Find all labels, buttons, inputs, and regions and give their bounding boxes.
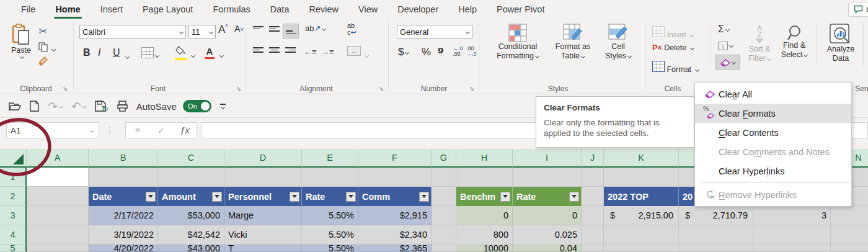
- tab-file[interactable]: File: [11, 0, 45, 19]
- shrink-font-button[interactable]: A˅: [234, 24, 244, 34]
- paste-chevron-icon[interactable]: [20, 55, 24, 59]
- cell-I2[interactable]: Rate: [513, 187, 582, 206]
- number-dialog-launcher-icon[interactable]: ⇘: [467, 84, 476, 93]
- cell-F1[interactable]: [358, 168, 432, 187]
- cell-H3[interactable]: 0: [456, 206, 513, 225]
- open-file-icon[interactable]: [9, 101, 21, 111]
- font-dialog-launcher-icon[interactable]: ⇘: [234, 84, 243, 93]
- decrease-decimal-button[interactable]: .00→.0: [466, 46, 477, 57]
- paste-button[interactable]: Paste: [6, 24, 36, 58]
- cell-G3[interactable]: [432, 206, 456, 225]
- decrease-indent-icon[interactable]: ←≡: [304, 47, 317, 56]
- row-header-5[interactable]: 5: [0, 245, 27, 252]
- orientation-button[interactable]: ab↗: [305, 24, 326, 33]
- cell-K2[interactable]: 2022 TOP: [604, 187, 679, 206]
- column-header-I[interactable]: I: [513, 149, 582, 168]
- clipboard-dialog-launcher-icon[interactable]: ⇘: [61, 84, 69, 93]
- cell-B4[interactable]: 3/19/2022: [89, 225, 158, 245]
- cell-F2[interactable]: Comm: [358, 187, 432, 206]
- cell-N4[interactable]: [831, 225, 868, 245]
- format-cells-button[interactable]: Format: [652, 61, 699, 74]
- align-right-button[interactable]: [285, 47, 296, 53]
- sort-filter-button[interactable]: AZ Sort & Filter: [744, 25, 775, 63]
- tab-review[interactable]: Review: [299, 0, 348, 19]
- align-center-button[interactable]: [269, 47, 280, 53]
- cell-F5[interactable]: $2,365: [358, 245, 432, 252]
- cell-M4[interactable]: [753, 225, 831, 245]
- cell-I3[interactable]: 0: [513, 206, 582, 225]
- insert-function-button[interactable]: ƒx: [173, 125, 197, 135]
- find-select-button[interactable]: Find & Select: [777, 25, 811, 60]
- conditional-formatting-button[interactable]: Conditional Formatting: [490, 24, 546, 61]
- accounting-format-button[interactable]: $: [398, 46, 409, 58]
- filter-button-B[interactable]: [146, 192, 156, 202]
- row-header-4[interactable]: 4: [0, 225, 27, 245]
- cell-I1[interactable]: [513, 168, 582, 187]
- italic-button[interactable]: I: [98, 47, 100, 58]
- alignment-dialog-launcher-icon[interactable]: ⇘: [377, 84, 386, 93]
- cell-D1[interactable]: [224, 168, 302, 187]
- tab-developer[interactable]: Developer: [388, 0, 448, 19]
- tab-home[interactable]: Home: [45, 0, 90, 19]
- cell-F4[interactable]: $2,340: [358, 225, 432, 245]
- cell-M3[interactable]: 3: [753, 206, 831, 225]
- qat-overflow-icon[interactable]: [220, 104, 226, 109]
- cell-L5[interactable]: [679, 245, 753, 252]
- fill-color-chevron-icon[interactable]: [190, 50, 195, 61]
- cell-A5[interactable]: [27, 245, 89, 252]
- cell-J1[interactable]: [582, 168, 604, 187]
- column-header-E[interactable]: E: [302, 149, 358, 168]
- column-header-F[interactable]: F: [358, 149, 432, 168]
- cell-styles-button[interactable]: Cell Styles: [600, 24, 636, 61]
- name-box[interactable]: A1: [6, 122, 99, 138]
- cell-A4[interactable]: [27, 225, 89, 245]
- autosave-toggle[interactable]: On: [183, 100, 211, 112]
- autosum-button[interactable]: Σ: [718, 24, 729, 35]
- merge-center-chevron-icon[interactable]: [363, 50, 368, 61]
- delete-cells-button[interactable]: P× Delete: [652, 43, 694, 52]
- cell-J2[interactable]: [582, 187, 604, 206]
- format-painter-icon[interactable]: [38, 56, 49, 69]
- cell-C2[interactable]: Amount: [158, 187, 224, 206]
- align-left-button[interactable]: [253, 47, 264, 53]
- column-header-D[interactable]: D: [224, 149, 302, 168]
- font-size-combo[interactable]: 11: [188, 25, 216, 38]
- row-header-3[interactable]: 3: [0, 206, 27, 225]
- underline-chevron-icon[interactable]: [124, 51, 129, 62]
- column-header-J[interactable]: J: [582, 149, 604, 168]
- cell-A2[interactable]: [27, 187, 89, 206]
- redo-button[interactable]: ↷: [48, 99, 63, 114]
- print-preview-icon[interactable]: [117, 101, 128, 112]
- column-header-A[interactable]: A: [27, 149, 89, 168]
- row-header-1[interactable]: 1: [0, 168, 27, 187]
- cell-A1[interactable]: [27, 168, 89, 187]
- enter-button[interactable]: ✓: [149, 125, 173, 135]
- merge-center-button[interactable]: ↔: [347, 46, 361, 56]
- cell-D3[interactable]: Marge: [224, 206, 302, 225]
- wrap-text-button[interactable]: abc↩: [347, 22, 356, 36]
- align-middle-button[interactable]: [269, 26, 280, 32]
- cell-H1[interactable]: [456, 168, 513, 187]
- cell-G4[interactable]: [432, 225, 456, 245]
- tab-power-pivot[interactable]: Power Pivot: [487, 0, 554, 19]
- cell-E2[interactable]: Rate: [302, 187, 358, 206]
- cell-L3[interactable]: $2,710.79: [679, 206, 753, 225]
- fill-button[interactable]: ↓: [718, 40, 733, 51]
- cell-K1[interactable]: [604, 168, 679, 187]
- cell-J3[interactable]: [582, 206, 604, 225]
- new-file-icon[interactable]: [30, 101, 39, 112]
- cell-B1[interactable]: [89, 168, 158, 187]
- cell-H2[interactable]: Benchm: [456, 187, 513, 206]
- cell-E5[interactable]: 5.50%: [302, 245, 358, 252]
- cell-K5[interactable]: [604, 245, 679, 252]
- cell-E1[interactable]: [302, 168, 358, 187]
- cell-B2[interactable]: Date: [89, 187, 158, 206]
- cell-D2[interactable]: Personnel: [224, 187, 302, 206]
- tab-insert[interactable]: Insert: [91, 0, 133, 19]
- tab-help[interactable]: Help: [448, 0, 487, 19]
- column-header-C[interactable]: C: [158, 149, 224, 168]
- cell-I4[interactable]: 0.025: [513, 225, 582, 245]
- bold-button[interactable]: B: [83, 47, 91, 58]
- cell-E4[interactable]: 5.50%: [302, 225, 358, 245]
- filter-button-F[interactable]: [419, 192, 429, 202]
